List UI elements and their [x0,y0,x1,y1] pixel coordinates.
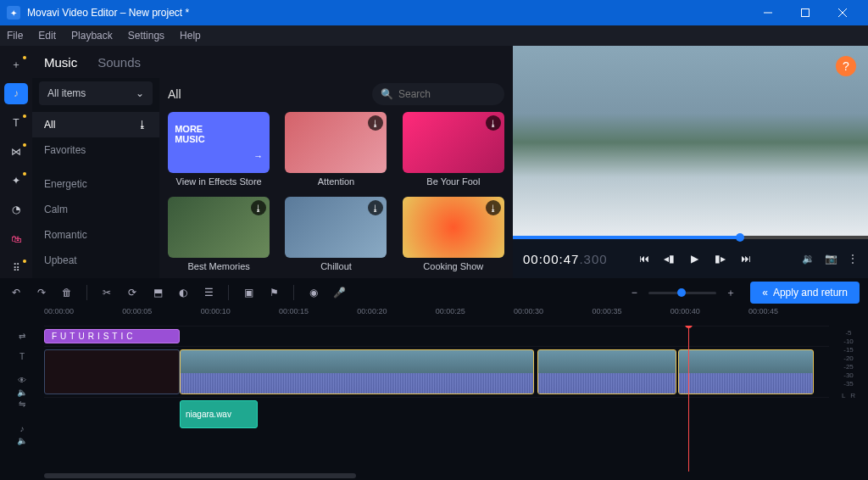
chevron-down-icon: ⌄ [136,87,144,99]
download-icon[interactable]: ⭳ [368,200,383,215]
timecode: 00:00:47.300 [523,252,608,266]
more-tools-icon[interactable]: ⠿ [4,258,28,278]
zoom-slider[interactable] [648,292,716,294]
cut-icon[interactable]: ✂ [99,285,114,300]
apply-and-return-button[interactable]: «Apply and return [750,282,860,304]
timeline: ↶ ↷ 🗑 ✂ ⟳ ⬒ ◐ ☰ ▣ ⚑ ◉ 🎤 − ＋ «Apply and r… [0,278,868,480]
menu-playback[interactable]: Playback [71,30,113,42]
category-dropdown[interactable]: All items⌄ [39,81,153,105]
basket-tool-icon[interactable]: 🛍 [4,229,28,249]
title-clip[interactable]: FUTURISTIC [44,329,180,343]
menubar: File Edit Playback Settings Help [0,25,868,46]
sidebar-item-romantic[interactable]: Romantic [32,222,159,248]
color-adjust-icon[interactable]: ◐ [175,285,191,300]
zoom-out-icon[interactable]: − [626,285,642,300]
step-back-button[interactable]: ◂▮ [661,250,678,267]
time-ruler[interactable]: 00:00:00 00:00:05 00:00:10 00:00:15 00:0… [0,307,868,326]
media-gallery: All 🔍 ✕ MOREMUSIC→ View in Effects Store… [159,78,513,278]
audio-clip[interactable]: niagara.wav [180,400,258,428]
next-clip-button[interactable]: ⏭ [737,250,754,267]
menu-edit[interactable]: Edit [38,30,56,42]
video-clip-3[interactable] [537,349,676,394]
track-settings-icon[interactable]: ⇄ [0,326,44,346]
search-icon: 🔍 [381,88,393,100]
delete-icon[interactable]: 🗑 [59,285,75,300]
video-track-head[interactable]: 👁🔈⇋ [0,366,44,417]
mic-icon[interactable]: 🎤 [331,285,347,300]
record-icon[interactable]: ◉ [306,285,321,300]
download-icon: ⭳ [137,119,147,131]
card-be-your-fool[interactable]: ⭳ Be Your Fool [403,112,504,187]
close-button[interactable] [824,0,861,25]
card-chillout[interactable]: ⭳ Chillout [285,197,387,271]
rotate-icon[interactable]: ⟳ [125,285,140,300]
crop-icon[interactable]: ⬒ [150,285,165,300]
video-clip-2[interactable] [180,349,534,394]
sidebar-item-calm[interactable]: Calm [32,197,159,222]
chevron-left-icon: « [762,287,768,299]
download-icon[interactable]: ⭳ [368,115,383,131]
properties-icon[interactable]: ☰ [201,285,216,300]
card-attention[interactable]: ⭳ Attention [285,112,387,187]
title-track-head[interactable]: T [0,346,44,366]
tab-sounds[interactable]: Sounds [97,55,141,70]
video-clip-4[interactable] [678,349,814,394]
redo-icon[interactable]: ↷ [34,285,49,300]
card-cooking-show[interactable]: ⭳ Cooking Show [403,197,504,271]
minimize-button[interactable] [749,0,787,25]
audio-meters: -5-10-15 -20-25-30-35 LR [829,326,868,472]
left-toolbar: ＋ ♪ T ⋈ ✦ ◔ 🛍 ⠿ [0,46,32,278]
download-icon[interactable]: ⭳ [486,115,501,131]
sidebar-item-upbeat[interactable]: Upbeat [32,248,159,273]
menu-file[interactable]: File [7,30,23,42]
undo-icon[interactable]: ↶ [8,285,24,300]
search-input[interactable] [398,88,513,100]
card-more-music[interactable]: MOREMUSIC→ View in Effects Store [168,112,270,187]
download-icon[interactable]: ⭳ [251,200,266,215]
more-preview-icon[interactable]: ⋮ [848,253,858,265]
svg-rect-1 [802,9,810,17]
menu-help[interactable]: Help [180,30,201,42]
audio-track-head[interactable]: ♪🔈 [0,417,44,451]
preview-scrubber[interactable] [513,236,868,239]
app-logo-icon: ✦ [7,6,20,20]
text-tool-icon[interactable]: T [4,113,28,133]
preview-pane: ? 00:00:47.300 ⏮ ◂▮ ▶ ▮▸ ⏭ 🔉 📷 ⋮ [513,46,868,278]
volume-icon[interactable]: 🔉 [802,253,815,265]
play-button[interactable]: ▶ [687,250,704,267]
sidebar-item-favorites[interactable]: Favorites [32,137,159,163]
download-icon[interactable]: ⭳ [486,200,501,215]
help-button[interactable]: ? [836,56,856,76]
maximize-button[interactable] [787,0,824,25]
card-best-memories[interactable]: ⭳ Best Memories [168,197,270,271]
window-title: Movavi Video Editor – New project * [27,7,749,19]
zoom-in-icon[interactable]: ＋ [723,285,738,300]
gallery-heading: All [168,87,181,101]
transition-wizard-icon[interactable]: ▣ [241,285,256,300]
snapshot-icon[interactable]: 📷 [825,253,837,265]
transition-tool-icon[interactable]: ⋈ [4,142,28,162]
step-forward-button[interactable]: ▮▸ [712,250,729,267]
prev-clip-button[interactable]: ⏮ [636,250,653,267]
search-box[interactable]: 🔍 ✕ [372,83,504,105]
track-lanes[interactable]: FUTURISTIC niagara.wav [44,326,829,472]
titlebar: ✦ Movavi Video Editor – New project * [0,0,868,25]
media-pane: Music Sounds All items⌄ All⭳ Favorites E… [32,46,513,278]
timeline-scrollbar[interactable] [0,472,868,480]
effects-tool-icon[interactable]: ✦ [4,170,28,191]
playhead[interactable] [688,326,689,472]
timer-tool-icon[interactable]: ◔ [4,199,28,220]
category-sidebar: All items⌄ All⭳ Favorites Energetic Calm… [32,78,159,278]
sidebar-item-all[interactable]: All⭳ [32,112,159,137]
video-clip-1[interactable] [44,349,180,394]
menu-settings[interactable]: Settings [128,30,164,42]
tab-music[interactable]: Music [44,55,77,70]
preview-image[interactable]: ? [513,46,868,239]
marker-icon[interactable]: ⚑ [266,285,281,300]
music-tool-icon[interactable]: ♪ [4,83,28,103]
sidebar-item-energetic[interactable]: Energetic [32,171,159,197]
zoom-control: − ＋ [626,285,738,300]
add-tool-icon[interactable]: ＋ [4,54,28,75]
